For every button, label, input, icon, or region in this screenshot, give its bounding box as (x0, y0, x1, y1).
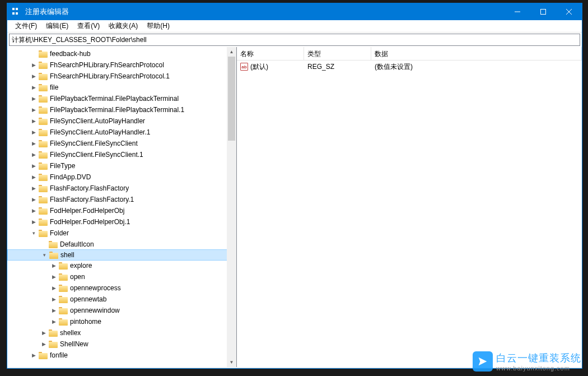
tree-node[interactable]: ▶open (7, 271, 236, 282)
folder-icon (39, 207, 48, 215)
chevron-right-icon[interactable]: ▶ (30, 184, 38, 192)
folder-icon (39, 50, 48, 58)
tree-node[interactable]: ▶FlashFactory.FlashFactory (7, 183, 236, 194)
values-list[interactable]: ab(默认)REG_SZ(数值未设置) (237, 61, 582, 73)
titlebar[interactable]: 注册表编辑器 (7, 3, 582, 20)
tree-node[interactable]: ▶FodHelper.FodHelperObj (7, 205, 236, 216)
chevron-right-icon[interactable]: ▶ (30, 218, 38, 226)
tree-node[interactable]: ▶FilePlaybackTerminal.FilePlaybackTermin… (7, 93, 236, 104)
close-button[interactable] (556, 3, 582, 20)
folder-icon (49, 240, 58, 248)
folder-icon (59, 262, 68, 270)
registry-tree[interactable]: feedback-hub▶FhSearchPHLibrary.FhSearchP… (7, 47, 236, 362)
chevron-right-icon[interactable]: ▶ (30, 61, 38, 69)
chevron-right-icon[interactable]: ▶ (30, 162, 38, 170)
maximize-icon (540, 9, 546, 15)
tree-node-label: FilePlaybackTerminal.FilePlaybackTermina… (50, 95, 181, 103)
chevron-right-icon[interactable]: ▶ (50, 284, 58, 292)
menu-file[interactable]: 文件(F) (11, 20, 41, 32)
tree-node[interactable]: ▶pintohome (7, 316, 236, 327)
chevron-down-icon[interactable]: ▾ (30, 229, 38, 237)
tree-node[interactable]: ▶FhSearchPHLibrary.FhSearchProtocol (7, 59, 236, 71)
tree-pane: feedback-hub▶FhSearchPHLibrary.FhSearchP… (7, 47, 237, 367)
value-row[interactable]: ab(默认)REG_SZ(数值未设置) (237, 61, 582, 73)
chevron-right-icon[interactable]: ▶ (30, 72, 38, 80)
tree-node[interactable]: ▶FilePlaybackTerminal.FilePlaybackTermin… (7, 104, 236, 115)
tree-node[interactable]: feedback-hub (7, 48, 236, 59)
chevron-right-icon[interactable]: ▶ (50, 307, 58, 314)
tree-node-label: feedback-hub (50, 50, 93, 58)
window-title: 注册表编辑器 (25, 7, 505, 17)
menu-edit[interactable]: 编辑(E) (41, 20, 73, 32)
chevron-right-icon[interactable]: ▶ (40, 340, 48, 348)
column-type[interactable]: 类型 (304, 47, 371, 60)
minimize-button[interactable] (505, 3, 530, 20)
folder-icon (39, 106, 48, 114)
chevron-right-icon[interactable]: ▶ (30, 196, 38, 203)
reg-string-icon: ab (240, 63, 248, 71)
tree-node[interactable]: ▾shell (7, 249, 236, 261)
chevron-right-icon[interactable]: ▶ (50, 318, 58, 326)
column-name[interactable]: 名称 (237, 47, 304, 60)
tree-node[interactable]: ▶fonfile (7, 350, 236, 361)
chevron-right-icon[interactable]: ▶ (30, 83, 38, 91)
tree-node[interactable]: ▶FhSearchPHLibrary.FhSearchProtocol.1 (7, 71, 236, 82)
folder-icon (59, 284, 68, 292)
menu-favorites[interactable]: 收藏夹(A) (104, 20, 142, 32)
tree-node[interactable]: ▶file (7, 82, 236, 93)
tree-node[interactable]: ▶FileSyncClient.AutoPlayHandler (7, 115, 236, 127)
value-type: REG_SZ (304, 62, 371, 72)
tree-scrollbar[interactable]: ▲ ▼ (227, 47, 236, 367)
chevron-right-icon[interactable]: ▶ (40, 329, 48, 337)
chevron-right-icon[interactable]: ▶ (30, 117, 38, 125)
column-data[interactable]: 数据 (371, 47, 582, 60)
chevron-right-icon[interactable]: ▶ (50, 262, 58, 270)
tree-node-label: FhSearchPHLibrary.FhSearchProtocol (50, 61, 166, 69)
scroll-up-button[interactable]: ▲ (227, 47, 236, 57)
tree-node[interactable]: ▶FileSyncClient.FileSyncClient.1 (7, 149, 236, 160)
chevron-right-icon[interactable]: ▶ (30, 128, 38, 136)
folder-icon (39, 61, 48, 69)
folder-icon (39, 173, 48, 181)
tree-node[interactable]: ▶FlashFactory.FlashFactory.1 (7, 194, 236, 205)
tree-node[interactable]: ▶opennewtab (7, 294, 236, 305)
chevron-right-icon[interactable]: ▶ (30, 140, 38, 147)
chevron-right-icon[interactable]: ▶ (30, 151, 38, 159)
maximize-button[interactable] (530, 3, 556, 20)
value-data: (数值未设置) (371, 61, 582, 73)
tree-node-label: FindApp.DVD (50, 173, 93, 181)
chevron-right-icon[interactable]: ▶ (50, 295, 58, 303)
chevron-down-icon[interactable]: ▾ (40, 251, 48, 259)
folder-icon (39, 140, 48, 147)
chevron-right-icon[interactable]: ▶ (30, 351, 38, 359)
tree-node[interactable]: ▶opennewprocess (7, 282, 236, 294)
tree-node[interactable]: ▶FindApp.DVD (7, 171, 236, 183)
address-bar[interactable]: 计算机\HKEY_CLASSES_ROOT\Folder\shell (9, 34, 580, 46)
tree-node[interactable]: ▶shellex (7, 327, 236, 338)
folder-icon (49, 340, 58, 348)
tree-node[interactable]: ▶FodHelper.FodHelperObj.1 (7, 216, 236, 228)
scroll-thumb[interactable] (228, 57, 235, 141)
tree-node[interactable]: ▶opennewwindow (7, 305, 236, 316)
chevron-right-icon[interactable]: ▶ (50, 273, 58, 281)
folder-icon (49, 251, 58, 259)
tree-node[interactable]: ▶explore (7, 260, 236, 271)
tree-node[interactable]: ▶FileType (7, 160, 236, 171)
tree-node[interactable]: ▾Folder (7, 228, 236, 239)
tree-node[interactable]: ▶FileSyncClient.FileSyncClient (7, 138, 236, 149)
tree-node[interactable]: DefaultIcon (7, 239, 236, 250)
tree-node[interactable]: ▶ShellNew (7, 338, 236, 350)
tree-node-label: FilePlaybackTerminal.FilePlaybackTermina… (50, 106, 186, 114)
menu-view[interactable]: 查看(V) (73, 20, 104, 32)
scroll-down-button[interactable]: ▼ (227, 358, 236, 367)
tree-node-label: DefaultIcon (60, 240, 96, 248)
chevron-right-icon[interactable]: ▶ (30, 207, 38, 215)
chevron-right-icon[interactable]: ▶ (30, 95, 38, 103)
tree-node[interactable]: ▶FileSyncClient.AutoPlayHandler.1 (7, 127, 236, 138)
chevron-right-icon[interactable]: ▶ (30, 173, 38, 181)
watermark-url: www.baiyunxitong.com (496, 365, 581, 372)
menubar: 文件(F) 编辑(E) 查看(V) 收藏夹(A) 帮助(H) (7, 20, 582, 33)
menu-help[interactable]: 帮助(H) (142, 20, 174, 32)
chevron-right-icon[interactable]: ▶ (30, 106, 38, 114)
tree-node-label: open (70, 273, 87, 281)
